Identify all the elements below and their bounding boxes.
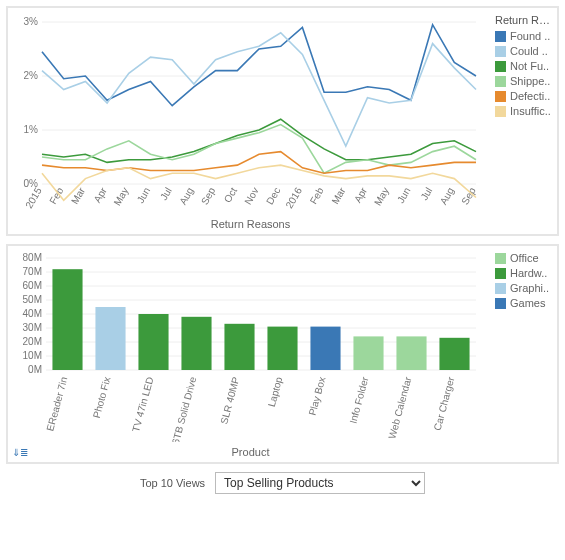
svg-text:Mar: Mar (329, 185, 347, 206)
svg-text:6TB Solid Drive: 6TB Solid Drive (170, 375, 199, 442)
legend-swatch (495, 106, 506, 117)
legend-item[interactable]: Graphi.. (495, 282, 553, 294)
bar-chart-legend: OfficeHardw..Graphi..Games (489, 252, 553, 458)
legend-item[interactable]: Defecti.. (495, 90, 553, 102)
svg-rect-50 (181, 317, 211, 370)
legend-item[interactable]: Office (495, 252, 553, 264)
svg-text:40M: 40M (23, 308, 42, 319)
svg-text:Photo Fix: Photo Fix (91, 376, 113, 420)
legend-swatch (495, 268, 506, 279)
svg-text:Info Folder: Info Folder (347, 375, 370, 425)
bar-chart-xlabel: Product (12, 446, 489, 458)
svg-rect-48 (95, 307, 125, 370)
view-selector-label: Top 10 Views (140, 477, 205, 489)
legend-label: Found .. (510, 30, 550, 42)
legend-label: Defecti.. (510, 90, 550, 102)
svg-text:Nov: Nov (242, 186, 260, 207)
svg-text:Jun: Jun (135, 186, 153, 205)
legend-label: Shippe.. (510, 75, 550, 87)
legend-swatch (495, 283, 506, 294)
svg-text:30M: 30M (23, 322, 42, 333)
svg-text:Feb: Feb (47, 185, 65, 206)
bar-chart: 0M10M20M30M40M50M60M70M80MEReader 7inPho… (12, 252, 489, 458)
svg-text:60M: 60M (23, 280, 42, 291)
legend-label: Graphi.. (510, 282, 549, 294)
svg-text:Apr: Apr (352, 185, 370, 205)
legend-label: Insuffic.. (510, 105, 551, 117)
legend-label: Office (510, 252, 539, 264)
svg-text:Jun: Jun (395, 186, 413, 205)
svg-text:May: May (112, 186, 131, 208)
svg-text:1%: 1% (24, 124, 39, 135)
svg-text:Sep: Sep (199, 185, 218, 206)
svg-rect-54 (353, 336, 383, 370)
legend-swatch (495, 298, 506, 309)
svg-text:EReader 7in: EReader 7in (44, 376, 69, 433)
view-selector-dropdown[interactable]: Top Selling Products (215, 472, 425, 494)
legend-item[interactable]: Shippe.. (495, 75, 553, 87)
return-reasons-panel: 0%1%2%3%2015FebMarAprMayJunJulAugSepOctN… (6, 6, 559, 236)
svg-text:Car Charger: Car Charger (432, 375, 457, 432)
svg-text:Feb: Feb (308, 185, 326, 206)
svg-text:Laptop: Laptop (266, 375, 285, 408)
svg-rect-49 (138, 314, 168, 370)
legend-swatch (495, 46, 506, 57)
svg-text:Aug: Aug (177, 186, 195, 207)
line-chart-svg: 0%1%2%3%2015FebMarAprMayJunJulAugSepOctN… (12, 14, 482, 214)
legend-swatch (495, 91, 506, 102)
download-icon[interactable]: ⇓≣ (12, 447, 28, 458)
legend-label: Hardw.. (510, 267, 547, 279)
legend-item[interactable]: Games (495, 297, 553, 309)
legend-item[interactable]: Found .. (495, 30, 553, 42)
svg-text:50M: 50M (23, 294, 42, 305)
svg-text:SLR 40MP: SLR 40MP (218, 375, 241, 425)
bar-chart-svg: 0M10M20M30M40M50M60M70M80MEReader 7inPho… (12, 252, 482, 442)
svg-rect-53 (310, 327, 340, 370)
svg-rect-51 (224, 324, 254, 370)
legend-label: Not Fu.. (510, 60, 549, 72)
svg-text:Mar: Mar (69, 185, 87, 206)
legend-item[interactable]: Could .. (495, 45, 553, 57)
svg-text:2016: 2016 (283, 185, 304, 210)
svg-text:Jul: Jul (418, 186, 434, 203)
line-chart: 0%1%2%3%2015FebMarAprMayJunJulAugSepOctN… (12, 14, 489, 230)
svg-text:20M: 20M (23, 336, 42, 347)
legend-swatch (495, 31, 506, 42)
svg-text:May: May (372, 186, 391, 208)
svg-text:80M: 80M (23, 252, 42, 263)
svg-rect-56 (439, 338, 469, 370)
legend-item[interactable]: Not Fu.. (495, 60, 553, 72)
svg-text:Web Calendar: Web Calendar (386, 375, 413, 440)
svg-text:Play Box: Play Box (307, 376, 328, 417)
legend-title: Return R… (495, 14, 553, 26)
svg-text:TV 47in LED: TV 47in LED (130, 376, 155, 434)
legend-label: Games (510, 297, 545, 309)
svg-rect-55 (396, 336, 426, 370)
legend-swatch (495, 61, 506, 72)
svg-text:Oct: Oct (222, 185, 239, 204)
legend-item[interactable]: Hardw.. (495, 267, 553, 279)
svg-text:0M: 0M (28, 364, 42, 375)
svg-rect-52 (267, 327, 297, 370)
svg-text:10M: 10M (23, 350, 42, 361)
svg-rect-47 (52, 269, 82, 370)
legend-item[interactable]: Insuffic.. (495, 105, 553, 117)
legend-swatch (495, 76, 506, 87)
top-products-panel: 0M10M20M30M40M50M60M70M80MEReader 7inPho… (6, 244, 559, 464)
svg-text:Aug: Aug (438, 186, 456, 207)
svg-text:Apr: Apr (92, 185, 110, 205)
line-chart-xlabel: Return Reasons (12, 218, 489, 230)
svg-text:3%: 3% (24, 16, 39, 27)
legend-label: Could .. (510, 45, 548, 57)
legend-swatch (495, 253, 506, 264)
svg-text:Dec: Dec (264, 186, 282, 207)
line-chart-legend: Return R… Found ..Could ..Not Fu..Shippe… (489, 14, 553, 230)
view-selector-row: Top 10 Views Top Selling Products (6, 472, 559, 494)
svg-text:70M: 70M (23, 266, 42, 277)
svg-text:2%: 2% (24, 70, 39, 81)
svg-text:Jul: Jul (158, 186, 174, 203)
